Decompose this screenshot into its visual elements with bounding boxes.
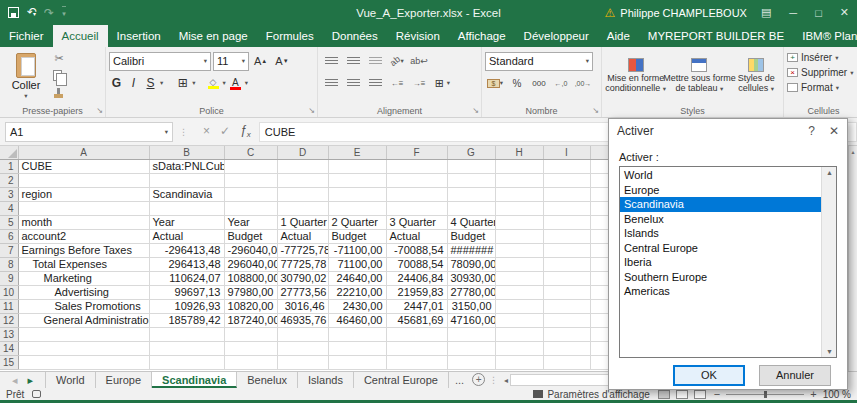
number-dialog-launcher[interactable]: ↘: [592, 107, 599, 115]
cell-C4[interactable]: [224, 202, 277, 216]
cell-H14[interactable]: [495, 342, 543, 356]
row-header-1[interactable]: 1: [0, 160, 18, 174]
column-header-C[interactable]: C: [224, 146, 277, 160]
cell-E14[interactable]: [328, 342, 386, 356]
align-right-icon[interactable]: [365, 75, 385, 92]
sheet-tabs-overflow[interactable]: ...: [449, 372, 470, 388]
dialog-help-icon[interactable]: ?: [808, 124, 815, 138]
row-header-7[interactable]: 7: [0, 244, 18, 258]
decrease-indent-icon[interactable]: ←≡: [387, 75, 407, 92]
decrease-font-icon[interactable]: A▼: [272, 52, 291, 71]
cell-H8[interactable]: [495, 258, 543, 272]
increase-decimal-icon[interactable]: ←,0: [551, 75, 571, 92]
cell-H15[interactable]: [495, 356, 543, 370]
sheet-tab-central-europe[interactable]: Central Europe: [354, 372, 449, 388]
zoom-slider[interactable]: [726, 394, 804, 395]
cell-F2[interactable]: [386, 174, 447, 188]
cell-D15[interactable]: [277, 356, 328, 370]
sheet-tab-europe[interactable]: Europe: [96, 372, 152, 388]
sheet-nav-right-icon[interactable]: ▸: [28, 374, 34, 387]
underline-dropdown-icon[interactable]: ▾: [160, 79, 163, 87]
row-header-12[interactable]: 12: [0, 314, 18, 328]
undo-icon[interactable]: ↶▾: [27, 6, 36, 20]
list-item-central-europe[interactable]: Central Europe: [620, 241, 821, 256]
maximize-button[interactable]: □: [815, 7, 822, 19]
cell-I3[interactable]: [543, 188, 590, 202]
cell-A15[interactable]: [18, 356, 149, 370]
sheet-tab-benelux[interactable]: Benelux: [237, 372, 298, 388]
view-page-break-icon[interactable]: [694, 390, 706, 399]
name-box[interactable]: A1 ▾: [5, 122, 173, 142]
column-header-D[interactable]: D: [277, 146, 328, 160]
cell-I9[interactable]: [543, 272, 590, 286]
save-icon[interactable]: [8, 7, 19, 18]
cell-D12[interactable]: 46935,76: [277, 314, 328, 328]
minimize-button[interactable]: ─: [789, 7, 797, 19]
cell-D8[interactable]: 77725,78: [277, 258, 328, 272]
cell-B10[interactable]: 99697,13: [149, 286, 224, 300]
cell-E12[interactable]: 46460,00: [328, 314, 386, 328]
cell-F10[interactable]: 21959,83: [386, 286, 447, 300]
cell-F4[interactable]: [386, 202, 447, 216]
cell-H9[interactable]: [495, 272, 543, 286]
cell-F3[interactable]: [386, 188, 447, 202]
cell-B5[interactable]: Year: [149, 216, 224, 230]
cell-B12[interactable]: 185789,42: [149, 314, 224, 328]
row-header-14[interactable]: 14: [0, 342, 18, 356]
listbox-scrollbar[interactable]: ▲ ▼: [821, 167, 836, 357]
cell-E10[interactable]: 22210,00: [328, 286, 386, 300]
user-account[interactable]: ⚠ Philippe CHAMPLEBOUX: [605, 6, 747, 20]
cell-D10[interactable]: 27773,56: [277, 286, 328, 300]
cell-E13[interactable]: [328, 328, 386, 342]
cut-button[interactable]: ✂: [49, 50, 69, 67]
name-box-dropdown-icon[interactable]: ▾: [165, 128, 168, 136]
alignment-dialog-launcher[interactable]: ↘: [472, 107, 479, 115]
cell-F9[interactable]: 24406,84: [386, 272, 447, 286]
select-all-corner[interactable]: [0, 146, 18, 160]
font-color-dropdown-icon[interactable]: ▾: [245, 79, 248, 87]
cell-I12[interactable]: [543, 314, 590, 328]
ribbon-tab-myreport-builder-be[interactable]: MYREPORT BUILDER BE: [639, 25, 793, 47]
ribbon-display-options-icon[interactable]: ▤: [761, 6, 771, 19]
cell-E15[interactable]: [328, 356, 386, 370]
accounting-format-button[interactable]: $▾: [485, 75, 505, 92]
cell-A11[interactable]: Sales Promotions: [18, 300, 149, 314]
cell-A12[interactable]: General Administration: [18, 314, 149, 328]
copy-button[interactable]: ▾: [49, 67, 69, 84]
cell-I8[interactable]: [543, 258, 590, 272]
cell-C10[interactable]: 97980,00: [224, 286, 277, 300]
cell-D9[interactable]: 30790,02: [277, 272, 328, 286]
list-item-southern-europe[interactable]: Southern Europe: [620, 270, 821, 285]
italic-button[interactable]: I: [126, 76, 141, 90]
cell-C12[interactable]: 187240,00: [224, 314, 277, 328]
cell-D1[interactable]: [277, 160, 328, 174]
borders-dropdown-icon[interactable]: ▾: [192, 79, 195, 87]
font-size-select[interactable]: 11▾: [213, 52, 249, 71]
cell-A2[interactable]: [18, 174, 149, 188]
increase-indent-icon[interactable]: →≡: [409, 75, 429, 92]
cell-G8[interactable]: 78090,00: [447, 258, 495, 272]
cell-F11[interactable]: 2447,01: [386, 300, 447, 314]
cell-H2[interactable]: [495, 174, 543, 188]
cell-D7[interactable]: -77725,78: [277, 244, 328, 258]
cell-A9[interactable]: Marketing: [18, 272, 149, 286]
cell-I11[interactable]: [543, 300, 590, 314]
cell-C9[interactable]: 108800,00: [224, 272, 277, 286]
underline-button[interactable]: S: [143, 76, 158, 90]
cell-B7[interactable]: -296413,48: [149, 244, 224, 258]
cell-B11[interactable]: 10926,93: [149, 300, 224, 314]
cell-E4[interactable]: [328, 202, 386, 216]
cell-H3[interactable]: [495, 188, 543, 202]
cell-G10[interactable]: 27780,00: [447, 286, 495, 300]
increase-font-icon[interactable]: A▲: [251, 52, 270, 71]
cell-E1[interactable]: [328, 160, 386, 174]
cell-B13[interactable]: [149, 328, 224, 342]
cell-B14[interactable]: [149, 342, 224, 356]
ribbon-tab-d-veloppeur[interactable]: Développeur: [515, 25, 598, 47]
cell-C8[interactable]: 296040,00: [224, 258, 277, 272]
font-name-select[interactable]: Calibri▾: [109, 52, 211, 71]
cell-I2[interactable]: [543, 174, 590, 188]
cell-C15[interactable]: [224, 356, 277, 370]
ribbon-tab-affichage[interactable]: Affichage: [449, 25, 515, 47]
redo-icon[interactable]: ↷: [44, 7, 54, 19]
